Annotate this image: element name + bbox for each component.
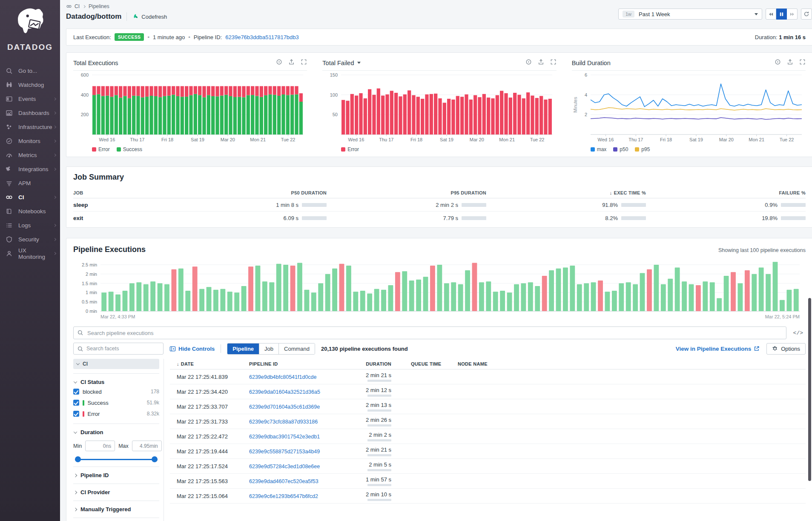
job-summary-column-p95-duration[interactable]: P95 DURATION: [327, 188, 486, 198]
facet-option-success[interactable]: Success51.9k: [73, 397, 159, 408]
expand-icon[interactable]: [799, 59, 806, 67]
facet-root-ci[interactable]: CI: [73, 359, 159, 369]
checkbox-checked-icon[interactable]: [73, 389, 79, 395]
table-row[interactable]: Mar 22 17:25:22.4726239e9dbac39017542e3e…: [170, 429, 806, 444]
tab-command[interactable]: Command: [278, 344, 315, 354]
facet-group-title[interactable]: Duration: [73, 428, 159, 436]
job-summary-column-failure[interactable]: FAILURE %: [646, 188, 806, 198]
slider-handle-max[interactable]: [152, 456, 158, 462]
legend-item-error[interactable]: Error: [92, 146, 110, 152]
sidebar-item-metrics[interactable]: Metrics: [0, 148, 60, 162]
pipeline-id-link[interactable]: 6239e76b3ddba5117817bdb3: [225, 34, 299, 40]
table-row[interactable]: Mar 22 17:25:41.8396239e9db4bfc80541f1d0…: [170, 369, 806, 384]
pause-button[interactable]: [776, 9, 787, 20]
facet-option-blocked[interactable]: blocked178: [73, 386, 159, 397]
sidebar-item-integrations[interactable]: Integrations: [0, 162, 60, 176]
legend-item-error[interactable]: Error: [341, 146, 359, 152]
pipeline-executions-svg[interactable]: 2.5 min2 min1.5 min1 min0.5 min0 minMar …: [73, 258, 806, 322]
search-facets-input[interactable]: [73, 343, 164, 355]
sidebar-item-watchdog[interactable]: Watchdog: [0, 78, 60, 92]
sidebar-item-monitors[interactable]: Monitors: [0, 134, 60, 148]
job-summary-row-sleep[interactable]: sleep1 min 8 s2 min 2 s91.8%0.9%: [73, 198, 806, 212]
job-summary-column-job[interactable]: JOB: [73, 188, 167, 198]
duration-slider[interactable]: [75, 456, 158, 462]
tab-pipeline[interactable]: Pipeline: [227, 344, 259, 354]
facet-group-title[interactable]: Pipeline ID: [73, 471, 159, 479]
hide-controls-button[interactable]: Hide Controls: [169, 346, 215, 352]
datadog-logo[interactable]: DATADOG: [0, 0, 60, 56]
pipeline-executions-chart[interactable]: 2.5 min2 min1.5 min1 min0.5 min0 minMar …: [73, 258, 806, 324]
sidebar-item-security[interactable]: Security: [0, 232, 60, 246]
legend-item-success[interactable]: Success: [117, 146, 142, 152]
scope-icon[interactable]: [276, 59, 282, 67]
facet-option-error[interactable]: Error8.32k: [73, 408, 159, 419]
pipeline-id-link[interactable]: 6239e9c558875d27153a4b49: [249, 449, 320, 455]
legend-item-p50[interactable]: p50: [613, 146, 628, 152]
column-header-node-name[interactable]: NODE NAME: [458, 359, 806, 369]
time-backward-button[interactable]: [766, 9, 776, 20]
facet-group-title[interactable]: CI Status: [73, 378, 159, 386]
pipeline-id-link[interactable]: 6239e9c73cfc88a87d933186: [249, 419, 318, 425]
expand-icon[interactable]: [301, 59, 307, 67]
sidebar-item-ux-monitoring[interactable]: UX Monitoring: [0, 246, 60, 260]
expand-icon[interactable]: [550, 59, 557, 67]
slider-handle-min[interactable]: [75, 456, 81, 462]
view-in-pipeline-executions-link[interactable]: View in Pipeline Executions: [676, 346, 760, 352]
table-row[interactable]: Mar 22 17:25:33.7076239e9d701604a35c61d3…: [170, 399, 806, 414]
pipeline-id-link[interactable]: 6239e9db4bfc80541f1d0cde: [249, 374, 316, 380]
export-icon[interactable]: [288, 59, 295, 67]
export-icon[interactable]: [538, 59, 544, 67]
column-header-pipeline-id[interactable]: PIPELINE ID: [249, 359, 356, 369]
table-row[interactable]: Mar 22 17:25:15.0646239e9c6e1293b6547b6f…: [170, 489, 806, 504]
legend-item-p95[interactable]: p95: [635, 146, 650, 152]
table-row[interactable]: Mar 22 17:25:19.4446239e9c558875d27153a4…: [170, 444, 806, 459]
export-icon[interactable]: [787, 59, 793, 67]
pipeline-id-link[interactable]: 6239e9d701604a35c61d369e: [249, 404, 320, 410]
sidebar-item-apm[interactable]: APM: [0, 176, 60, 190]
pipeline-id-link[interactable]: 6239e9dbac39017542e3edb1: [249, 434, 320, 440]
scrollbar[interactable]: [808, 298, 811, 481]
table-row[interactable]: Mar 22 17:25:15.5636239e9dad4607ec520ea5…: [170, 474, 806, 489]
job-summary-column-p50-duration[interactable]: P50 DURATION: [167, 188, 327, 198]
facet-group-title[interactable]: Manually Triggered: [73, 505, 159, 513]
sidebar-item-dashboards[interactable]: Dashboards: [0, 106, 60, 120]
refresh-button[interactable]: [801, 9, 812, 20]
table-row[interactable]: Mar 22 17:25:34.4206239e9da01604a32521d3…: [170, 384, 806, 399]
breadcrumb-section[interactable]: CI: [75, 3, 80, 9]
breadcrumb-page[interactable]: Pipelines: [89, 3, 109, 9]
duration-max-input[interactable]: [132, 441, 162, 451]
total-executions-chart[interactable]: 600400200Wed 16Thu 17Fri 18Sat 19Mar 20M…: [73, 72, 305, 143]
time-range-picker[interactable]: 1w Past 1 Week: [618, 9, 762, 20]
time-forward-button[interactable]: [787, 9, 798, 20]
code-view-toggle[interactable]: </>: [791, 328, 806, 338]
job-summary-column-exec-time[interactable]: ↓EXEC TIME %: [486, 188, 646, 198]
scope-icon[interactable]: [775, 59, 781, 67]
tab-job[interactable]: Job: [259, 344, 278, 354]
sidebar-item-events[interactable]: Events: [0, 92, 60, 106]
legend-item-max[interactable]: max: [591, 146, 607, 152]
sidebar-item-infrastructure[interactable]: Infrastructure: [0, 120, 60, 134]
job-summary-row-exit[interactable]: exit6.09 s7.79 s8.2%19.8%: [73, 212, 806, 225]
pipeline-id-link[interactable]: 6239e9c6e1293b6547b6fcd2: [249, 493, 318, 499]
search-pipeline-executions-input[interactable]: [73, 326, 786, 339]
sidebar-item-ci[interactable]: CI: [0, 190, 60, 204]
pipeline-id-link[interactable]: 6239e9dad4607ec520ea5f53: [249, 478, 318, 484]
options-button[interactable]: Options: [766, 343, 806, 355]
column-header-date[interactable]: ↓DATE: [177, 359, 249, 369]
sidebar-item-notebooks[interactable]: Notebooks: [0, 204, 60, 218]
checkbox-checked-icon[interactable]: [73, 400, 79, 406]
pipeline-id-link[interactable]: 6239e9da01604a32521d36a5: [249, 389, 320, 395]
duration-min-input[interactable]: [85, 441, 115, 451]
table-row[interactable]: Mar 22 17:25:17.5246239e9d57284c3ed1d08e…: [170, 459, 806, 474]
pipeline-id-link[interactable]: 6239e9d57284c3ed1d08e6ee: [249, 464, 320, 469]
column-header-duration[interactable]: DURATION: [356, 359, 411, 369]
table-row[interactable]: Mar 22 17:25:31.7336239e9c73cfc88a87d933…: [170, 414, 806, 429]
scope-icon[interactable]: [525, 59, 532, 67]
total-failed-chart[interactable]: 15010050Wed 16Thu 17Fri 18Sat 19Mar 20Mo…: [322, 72, 554, 143]
column-header-queue-time[interactable]: QUEUE TIME: [411, 359, 458, 369]
chart-dropdown-caret-icon[interactable]: [357, 62, 361, 64]
checkbox-checked-icon[interactable]: [73, 411, 79, 417]
facet-group-title[interactable]: CI Provider: [73, 488, 159, 496]
sidebar-item-go-to[interactable]: Go to...: [0, 64, 60, 78]
build-duration-chart[interactable]: 642MinutesWed 16Thu 17Fri 18Sat 19Mar 20…: [572, 72, 804, 143]
